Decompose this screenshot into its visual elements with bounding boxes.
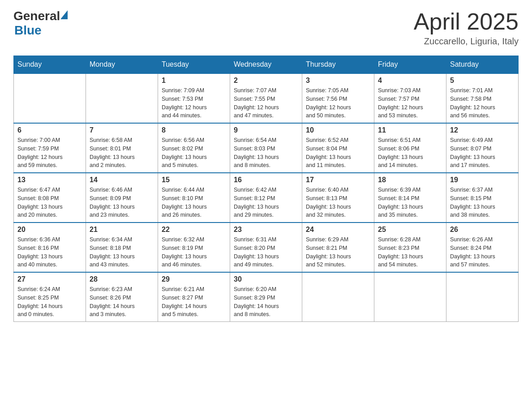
day-info: Sunrise: 6:44 AMSunset: 8:10 PMDaylight:… [162, 186, 226, 219]
day-number: 7 [90, 126, 154, 134]
day-info: Sunrise: 6:31 AMSunset: 8:20 PMDaylight:… [234, 235, 298, 269]
day-number: 18 [378, 176, 442, 184]
calendar-day-cell: 29Sunrise: 6:21 AMSunset: 8:27 PMDayligh… [158, 272, 230, 322]
calendar-day-cell: 3Sunrise: 7:05 AMSunset: 7:56 PMDaylight… [302, 73, 374, 123]
day-number: 8 [162, 126, 226, 134]
day-number: 21 [90, 226, 154, 234]
day-info: Sunrise: 6:47 AMSunset: 8:08 PMDaylight:… [17, 186, 82, 219]
day-info: Sunrise: 6:54 AMSunset: 8:03 PMDaylight:… [234, 136, 298, 170]
calendar-day-cell: 13Sunrise: 6:47 AMSunset: 8:08 PMDayligh… [14, 173, 86, 223]
calendar-day-cell: 24Sunrise: 6:29 AMSunset: 8:21 PMDayligh… [302, 223, 374, 272]
day-info: Sunrise: 7:00 AMSunset: 7:59 PMDaylight:… [17, 136, 82, 170]
calendar-day-cell: 21Sunrise: 6:34 AMSunset: 8:18 PMDayligh… [86, 223, 158, 272]
calendar-day-cell: 6Sunrise: 7:00 AMSunset: 7:59 PMDaylight… [14, 123, 86, 173]
day-number: 14 [90, 176, 154, 184]
calendar-week-row: 6Sunrise: 7:00 AMSunset: 7:59 PMDaylight… [14, 123, 519, 173]
month-title: April 2025 [414, 9, 519, 34]
calendar-day-cell: 1Sunrise: 7:09 AMSunset: 7:53 PMDaylight… [158, 73, 230, 123]
calendar-day-header: Tuesday [158, 56, 230, 74]
calendar-day-cell: 27Sunrise: 6:24 AMSunset: 8:25 PMDayligh… [14, 272, 86, 322]
calendar-day-cell: 4Sunrise: 7:03 AMSunset: 7:57 PMDaylight… [374, 73, 446, 123]
calendar-day-cell: 30Sunrise: 6:20 AMSunset: 8:29 PMDayligh… [230, 272, 302, 322]
day-number: 4 [378, 77, 442, 85]
calendar-day-cell: 5Sunrise: 7:01 AMSunset: 7:58 PMDaylight… [446, 73, 519, 123]
day-info: Sunrise: 7:09 AMSunset: 7:53 PMDaylight:… [162, 86, 226, 120]
calendar-week-row: 27Sunrise: 6:24 AMSunset: 8:25 PMDayligh… [14, 272, 519, 322]
calendar-day-cell: 18Sunrise: 6:39 AMSunset: 8:14 PMDayligh… [374, 173, 446, 223]
calendar-day-cell: 20Sunrise: 6:36 AMSunset: 8:16 PMDayligh… [14, 223, 86, 272]
calendar-day-cell [86, 73, 158, 123]
calendar-day-cell: 16Sunrise: 6:42 AMSunset: 8:12 PMDayligh… [230, 173, 302, 223]
calendar-day-cell: 26Sunrise: 6:26 AMSunset: 8:24 PMDayligh… [446, 223, 519, 272]
title-section: April 2025 Zuccarello, Liguria, Italy [414, 9, 519, 47]
day-info: Sunrise: 6:32 AMSunset: 8:19 PMDaylight:… [162, 235, 226, 269]
day-info: Sunrise: 6:42 AMSunset: 8:12 PMDaylight:… [234, 186, 298, 219]
day-number: 20 [17, 226, 82, 234]
day-info: Sunrise: 7:03 AMSunset: 7:57 PMDaylight:… [378, 86, 442, 120]
day-info: Sunrise: 6:40 AMSunset: 8:13 PMDaylight:… [306, 186, 370, 219]
calendar-day-header: Sunday [14, 56, 86, 74]
day-info: Sunrise: 6:37 AMSunset: 8:15 PMDaylight:… [450, 186, 515, 219]
day-info: Sunrise: 7:05 AMSunset: 7:56 PMDaylight:… [306, 86, 370, 120]
calendar-day-cell: 14Sunrise: 6:46 AMSunset: 8:09 PMDayligh… [86, 173, 158, 223]
day-number: 12 [450, 126, 515, 134]
day-number: 25 [378, 226, 442, 234]
calendar-day-header: Monday [86, 56, 158, 74]
day-number: 11 [378, 126, 442, 134]
day-info: Sunrise: 7:01 AMSunset: 7:58 PMDaylight:… [450, 86, 515, 120]
calendar-day-cell: 22Sunrise: 6:32 AMSunset: 8:19 PMDayligh… [158, 223, 230, 272]
day-number: 17 [306, 176, 370, 184]
day-info: Sunrise: 6:36 AMSunset: 8:16 PMDaylight:… [17, 235, 82, 269]
calendar-day-cell: 2Sunrise: 7:07 AMSunset: 7:55 PMDaylight… [230, 73, 302, 123]
calendar-header-row: SundayMondayTuesdayWednesdayThursdayFrid… [14, 56, 519, 74]
calendar-day-cell [14, 73, 86, 123]
day-number: 16 [234, 176, 298, 184]
logo-flag-icon [60, 10, 68, 19]
calendar-day-cell: 8Sunrise: 6:56 AMSunset: 8:02 PMDaylight… [158, 123, 230, 173]
day-number: 2 [234, 77, 298, 85]
day-number: 6 [17, 126, 82, 134]
day-info: Sunrise: 6:49 AMSunset: 8:07 PMDaylight:… [450, 136, 515, 170]
calendar-day-header: Friday [374, 56, 446, 74]
day-number: 15 [162, 176, 226, 184]
calendar-day-cell: 19Sunrise: 6:37 AMSunset: 8:15 PMDayligh… [446, 173, 519, 223]
day-info: Sunrise: 7:07 AMSunset: 7:55 PMDaylight:… [234, 86, 298, 120]
day-info: Sunrise: 6:51 AMSunset: 8:06 PMDaylight:… [378, 136, 442, 170]
calendar-day-header: Wednesday [230, 56, 302, 74]
day-info: Sunrise: 6:29 AMSunset: 8:21 PMDaylight:… [306, 235, 370, 269]
day-info: Sunrise: 6:21 AMSunset: 8:27 PMDaylight:… [162, 285, 226, 319]
day-number: 13 [17, 176, 82, 184]
calendar-day-header: Thursday [302, 56, 374, 74]
day-info: Sunrise: 6:20 AMSunset: 8:29 PMDaylight:… [234, 285, 298, 319]
calendar-day-cell: 17Sunrise: 6:40 AMSunset: 8:13 PMDayligh… [302, 173, 374, 223]
calendar-day-cell: 15Sunrise: 6:44 AMSunset: 8:10 PMDayligh… [158, 173, 230, 223]
logo: General Blue [13, 9, 68, 38]
day-number: 29 [162, 275, 226, 283]
day-number: 28 [90, 275, 154, 283]
day-info: Sunrise: 6:23 AMSunset: 8:26 PMDaylight:… [90, 285, 154, 319]
calendar-table: SundayMondayTuesdayWednesdayThursdayFrid… [13, 56, 519, 322]
day-number: 19 [450, 176, 515, 184]
location-title: Zuccarello, Liguria, Italy [414, 36, 519, 47]
day-number: 5 [450, 77, 515, 85]
calendar-day-cell: 25Sunrise: 6:28 AMSunset: 8:23 PMDayligh… [374, 223, 446, 272]
logo-general-text: General [13, 9, 60, 23]
day-number: 10 [306, 126, 370, 134]
calendar-day-cell [446, 272, 519, 322]
day-number: 3 [306, 77, 370, 85]
calendar-day-cell: 7Sunrise: 6:58 AMSunset: 8:01 PMDaylight… [86, 123, 158, 173]
calendar-week-row: 20Sunrise: 6:36 AMSunset: 8:16 PMDayligh… [14, 223, 519, 272]
calendar-day-cell [302, 272, 374, 322]
calendar-day-cell: 11Sunrise: 6:51 AMSunset: 8:06 PMDayligh… [374, 123, 446, 173]
day-number: 1 [162, 77, 226, 85]
calendar-day-cell: 9Sunrise: 6:54 AMSunset: 8:03 PMDaylight… [230, 123, 302, 173]
calendar-week-row: 13Sunrise: 6:47 AMSunset: 8:08 PMDayligh… [14, 173, 519, 223]
day-info: Sunrise: 6:26 AMSunset: 8:24 PMDaylight:… [450, 235, 515, 269]
day-number: 30 [234, 275, 298, 283]
page-header: General Blue April 2025 Zuccarello, Ligu… [13, 9, 519, 47]
day-info: Sunrise: 6:34 AMSunset: 8:18 PMDaylight:… [90, 235, 154, 269]
day-number: 23 [234, 226, 298, 234]
day-number: 22 [162, 226, 226, 234]
day-info: Sunrise: 6:28 AMSunset: 8:23 PMDaylight:… [378, 235, 442, 269]
logo-image: General [13, 9, 68, 23]
